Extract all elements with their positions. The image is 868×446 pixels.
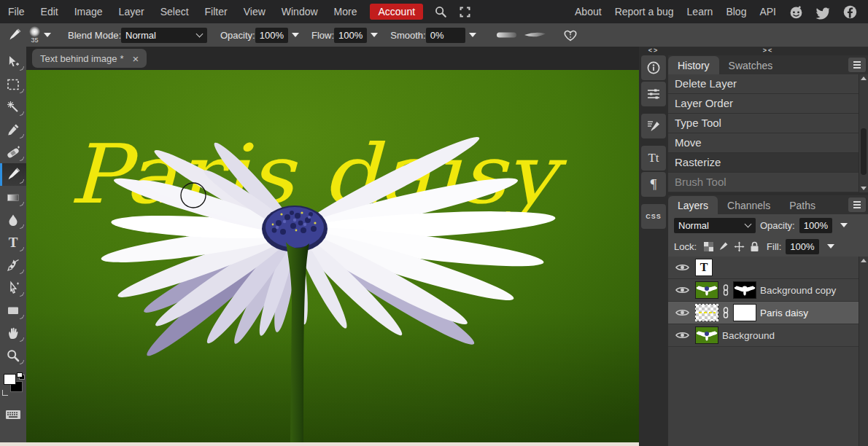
search-icon[interactable] <box>434 5 447 18</box>
facebook-icon[interactable] <box>842 4 858 20</box>
move-tool[interactable] <box>0 50 26 73</box>
info-panel-button[interactable] <box>641 55 666 80</box>
direct-select-tool[interactable] <box>0 276 26 299</box>
pressure-opacity-icon[interactable] <box>496 31 518 39</box>
eyedropper-tool[interactable] <box>0 118 26 141</box>
menu-filter[interactable]: Filter <box>197 0 236 23</box>
menu-edit[interactable]: Edit <box>33 0 66 23</box>
layers-scrollbar[interactable] <box>859 257 868 446</box>
lock-position-icon[interactable] <box>734 241 745 252</box>
collapse-panels-handle[interactable]: >< <box>668 47 868 55</box>
layer-mask-thumbnail[interactable] <box>733 281 756 299</box>
layer-opacity-arrow-icon[interactable] <box>840 223 848 227</box>
mask-link-icon[interactable] <box>722 284 729 296</box>
menu-report-a-bug[interactable]: Report a bug <box>608 0 681 23</box>
layer-name[interactable]: Background <box>722 330 775 341</box>
account-button[interactable]: Account <box>370 4 423 20</box>
pen-tool[interactable] <box>0 254 26 276</box>
layer-blend-mode-select[interactable]: Normal <box>674 218 756 233</box>
color-swatches[interactable] <box>0 367 26 400</box>
fullscreen-icon[interactable] <box>459 6 471 18</box>
visibility-eye-icon[interactable] <box>673 308 691 317</box>
layer-thumbnail[interactable] <box>695 281 718 299</box>
zoom-tool[interactable] <box>0 344 26 367</box>
opacity-slider-arrow-icon[interactable] <box>292 33 299 37</box>
smooth-input[interactable]: 0% <box>426 28 465 43</box>
flow-input[interactable]: 100% <box>334 28 367 43</box>
lock-pixels-icon[interactable] <box>718 241 729 251</box>
document-tab[interactable]: Text behind image * × <box>32 49 147 68</box>
keyboard-shortcuts-button[interactable] <box>0 403 26 426</box>
blur-tool[interactable] <box>0 208 26 231</box>
layer-fill-arrow-icon[interactable] <box>827 244 834 249</box>
layer-thumbnail-transparent[interactable] <box>695 304 718 321</box>
lock-all-icon[interactable] <box>750 241 759 252</box>
menu-window[interactable]: Window <box>274 0 326 23</box>
menu-blog[interactable]: Blog <box>719 0 753 23</box>
scrollbar-thumb[interactable] <box>861 128 867 175</box>
visibility-eye-icon[interactable] <box>673 331 691 340</box>
opacity-input[interactable]: 100% <box>255 28 288 43</box>
magic-wand-tool[interactable] <box>0 95 26 118</box>
reset-colors-icon[interactable] <box>2 390 8 396</box>
symmetry-heart-icon[interactable] <box>563 28 578 42</box>
history-item[interactable]: Type Tool <box>668 114 859 133</box>
brush-tool[interactable] <box>0 163 26 186</box>
brush-settings-panel-button[interactable] <box>641 114 666 138</box>
history-item-undone[interactable]: Brush Tool <box>668 173 859 192</box>
swap-colors-icon[interactable] <box>17 372 23 377</box>
history-item[interactable]: Delete Layer <box>668 74 859 94</box>
tab-channels[interactable]: Channels <box>718 196 780 214</box>
paragraph-panel-button[interactable]: ¶ <box>641 172 666 197</box>
close-tab-icon[interactable]: × <box>133 53 139 64</box>
blend-mode-select[interactable]: Normal <box>121 28 207 43</box>
rectangle-shape-tool[interactable] <box>0 299 26 321</box>
tab-layers[interactable]: Layers <box>668 196 718 214</box>
foreground-color-swatch[interactable] <box>4 374 16 385</box>
menu-api[interactable]: API <box>753 0 783 23</box>
layer-row-background-copy[interactable]: Background copy <box>668 279 859 302</box>
layer-thumbnail[interactable] <box>695 326 718 344</box>
css-panel-button[interactable]: CSS <box>641 204 666 229</box>
layer-mask-thumbnail[interactable] <box>733 304 756 321</box>
tab-history[interactable]: History <box>668 56 719 74</box>
menu-image[interactable]: Image <box>66 0 111 23</box>
menu-file[interactable]: File <box>0 0 33 23</box>
visibility-eye-icon[interactable] <box>673 263 691 272</box>
adjustments-panel-button[interactable] <box>641 82 666 106</box>
character-panel-button[interactable]: Tt <box>641 146 666 171</box>
hand-tool[interactable] <box>0 321 26 344</box>
menu-about[interactable]: About <box>568 0 608 23</box>
layer-name[interactable]: Background copy <box>760 285 836 296</box>
lock-transparency-icon[interactable] <box>704 242 713 251</box>
layer-opacity-input[interactable]: 100% <box>799 218 832 233</box>
menu-more[interactable]: More <box>326 0 365 23</box>
collapse-rail-handle[interactable]: <> <box>648 47 659 55</box>
brush-size-preview[interactable]: 35 <box>29 26 40 44</box>
menu-layer[interactable]: Layer <box>111 0 152 23</box>
tab-paths[interactable]: Paths <box>780 196 825 214</box>
pressure-size-icon[interactable] <box>524 31 547 39</box>
history-scrollbar[interactable] <box>859 74 868 192</box>
layer-name[interactable]: Paris daisy <box>760 308 808 318</box>
menu-learn[interactable]: Learn <box>681 0 720 23</box>
tab-swatches[interactable]: Swatches <box>719 56 783 74</box>
mask-link-icon[interactable] <box>722 307 729 318</box>
canvas-image[interactable]: Paris daisy <box>26 70 639 442</box>
rectangle-select-tool[interactable] <box>0 73 26 95</box>
gradient-tool[interactable] <box>0 186 26 208</box>
menu-select[interactable]: Select <box>152 0 197 23</box>
smooth-slider-arrow-icon[interactable] <box>469 33 476 37</box>
spot-heal-tool[interactable] <box>0 141 26 163</box>
text-layer-thumbnail[interactable]: T <box>695 259 713 276</box>
menu-view[interactable]: View <box>236 0 274 23</box>
history-item[interactable]: Layer Order <box>668 94 859 114</box>
scroll-up-icon[interactable] <box>861 77 867 80</box>
flow-slider-arrow-icon[interactable] <box>371 33 378 37</box>
twitter-icon[interactable] <box>815 4 831 20</box>
canvas-viewport[interactable]: Paris daisy <box>26 70 639 442</box>
reddit-icon[interactable] <box>788 4 804 20</box>
brush-picker-arrow-icon[interactable] <box>44 33 51 37</box>
history-item[interactable]: Move <box>668 133 859 153</box>
type-tool[interactable]: T <box>0 231 26 254</box>
